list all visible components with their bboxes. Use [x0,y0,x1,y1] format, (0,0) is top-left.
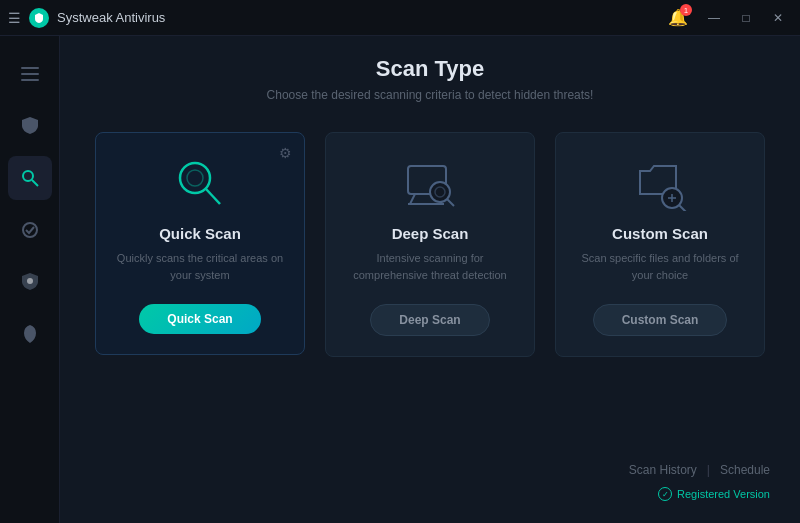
custom-scan-title: Custom Scan [612,225,708,242]
custom-scan-button[interactable]: Custom Scan [593,304,728,336]
main-layout: Scan Type Choose the desired scanning cr… [0,36,800,523]
page-header: Scan Type Choose the desired scanning cr… [90,56,770,102]
registered-bar: ✓ Registered Version [90,483,770,503]
sidebar-item-boost[interactable] [8,312,52,356]
scan-history-link[interactable]: Scan History [629,463,697,477]
deep-scan-title: Deep Scan [392,225,469,242]
sidebar-item-menu[interactable] [8,52,52,96]
quick-scan-description: Quickly scans the critical areas on your… [112,250,288,286]
registered-text: ✓ Registered Version [658,487,770,501]
svg-line-11 [410,194,415,204]
minimize-button[interactable]: — [700,6,728,30]
registered-label: Registered Version [677,488,770,500]
bottom-divider: | [707,463,710,477]
svg-line-18 [679,205,686,211]
page-subtitle: Choose the desired scanning criteria to … [90,88,770,102]
svg-point-7 [180,163,210,193]
title-bar: ☰ Systweak Antivirus 🔔 1 — □ ✕ [0,0,800,36]
svg-rect-2 [21,79,39,81]
svg-line-15 [447,199,454,206]
sidebar-item-shield[interactable] [8,104,52,148]
quick-scan-icon [165,153,235,213]
custom-scan-icon [625,153,695,213]
deep-scan-description: Intensive scanning for comprehensive thr… [342,250,518,286]
quick-scan-button[interactable]: Quick Scan [139,304,260,334]
svg-rect-0 [21,67,39,69]
quick-scan-card: ⚙ Quick Scan Quickly scans the critical … [95,132,305,355]
title-bar-left: ☰ Systweak Antivirus [8,8,165,28]
schedule-link[interactable]: Schedule [720,463,770,477]
content-area: Scan Type Choose the desired scanning cr… [60,36,800,523]
title-bar-right: 🔔 1 — □ ✕ [668,6,792,30]
svg-line-8 [206,189,220,204]
check-circle-icon: ✓ [658,487,672,501]
deep-scan-card: Deep Scan Intensive scanning for compreh… [325,132,535,357]
gear-button[interactable]: ⚙ [279,145,292,161]
app-logo [29,8,49,28]
maximize-button[interactable]: □ [732,6,760,30]
page-title: Scan Type [90,56,770,82]
app-title: Systweak Antivirus [57,10,165,25]
notification-area[interactable]: 🔔 1 [668,8,688,27]
scan-cards-container: ⚙ Quick Scan Quickly scans the critical … [90,132,770,453]
notification-badge: 1 [680,4,692,16]
deep-scan-icon [395,153,465,213]
bottom-bar: Scan History | Schedule [90,453,770,483]
svg-point-3 [23,171,33,181]
hamburger-icon[interactable]: ☰ [8,10,21,26]
svg-point-5 [23,223,37,237]
svg-line-4 [32,180,38,186]
custom-scan-card: Custom Scan Scan specific files and fold… [555,132,765,357]
sidebar [0,36,60,523]
deep-scan-button[interactable]: Deep Scan [370,304,489,336]
sidebar-item-scan[interactable] [8,156,52,200]
svg-point-6 [27,278,33,284]
quick-scan-title: Quick Scan [159,225,241,242]
custom-scan-description: Scan specific files and folders of your … [572,250,748,286]
sidebar-item-vpn[interactable] [8,260,52,304]
sidebar-item-protection[interactable] [8,208,52,252]
svg-point-9 [187,170,203,186]
close-button[interactable]: ✕ [764,6,792,30]
svg-rect-1 [21,73,39,75]
